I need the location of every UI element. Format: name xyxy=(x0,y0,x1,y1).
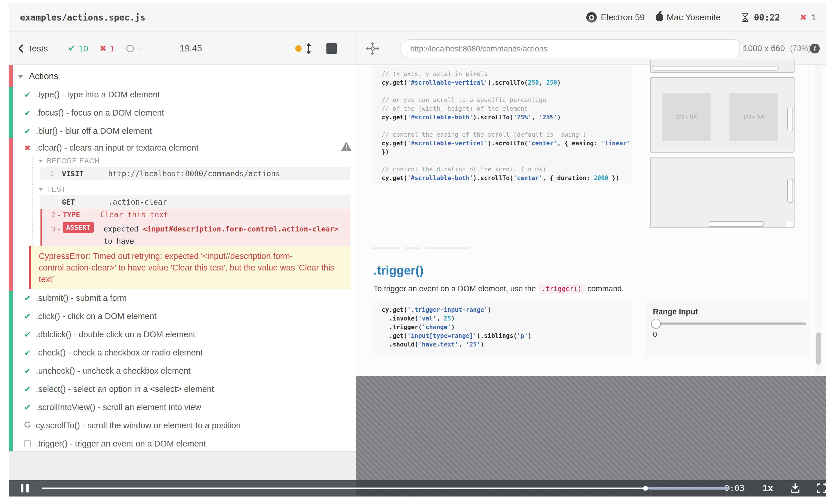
viewport-zoom: (73%) xyxy=(790,44,811,53)
pending-stat[interactable]: -- xyxy=(126,44,143,54)
test-row[interactable]: ✔.click() - click on a DOM element xyxy=(19,307,351,326)
test-row-failed[interactable]: ✖ .clear() - clears an input or textarea… xyxy=(19,139,351,157)
error-message: CypressError: Timed out retrying: expect… xyxy=(39,251,334,284)
test-list-passing: ✔.type() - type into a DOM element✔.focu… xyxy=(19,86,351,140)
code-line: cy.get('#scrollable-both').scrollTo('75%… xyxy=(382,114,624,123)
trigger-section-paragraph: To trigger an event on a DOM element, us… xyxy=(373,284,624,294)
autoscroll-dot-icon[interactable] xyxy=(295,45,302,52)
vertical-scrollbar-thumb[interactable] xyxy=(787,108,793,130)
range-slider-thumb[interactable] xyxy=(651,319,661,329)
code-line: cy.get('#scrollable-both').scrollTo('cen… xyxy=(382,174,624,183)
aut-page-scrollbar[interactable] xyxy=(815,65,822,376)
top-header: examples/actions.spec.js Electron 59 Mac… xyxy=(9,3,826,32)
running-restart-icon xyxy=(23,420,32,430)
progress-thumb[interactable] xyxy=(643,486,648,491)
test-label: .select() - select an option in a <selec… xyxy=(36,384,214,394)
apple-icon xyxy=(656,13,663,21)
range-slider[interactable] xyxy=(653,322,806,325)
test-hook-header[interactable]: TEST xyxy=(39,184,66,194)
failed-x-icon: ✖ xyxy=(100,44,106,53)
video-progress-bar[interactable] xyxy=(42,485,706,491)
test-label: .trigger() - trigger an event on a DOM e… xyxy=(36,439,206,448)
pass-check-icon: ✔ xyxy=(24,294,31,303)
range-value: 0 xyxy=(653,330,657,339)
test-row[interactable]: ✔.scrollIntoView() - scroll an element i… xyxy=(19,398,351,416)
horizontal-scrollbar-thumb[interactable] xyxy=(653,66,779,70)
test-row[interactable]: ✔.dblclick() - double click on a DOM ele… xyxy=(19,326,351,343)
selector-playground-icon[interactable] xyxy=(365,41,380,56)
back-to-tests-button[interactable]: Tests xyxy=(9,33,57,64)
pass-check-icon: ✔ xyxy=(24,330,31,339)
passed-stat[interactable]: ✔ 10 xyxy=(68,44,88,54)
trigger-section-heading[interactable]: .trigger() xyxy=(373,264,424,277)
scroll-updown-icon[interactable] xyxy=(305,43,312,54)
faded-text xyxy=(372,247,400,249)
progress-played xyxy=(42,487,646,489)
code-line xyxy=(382,157,624,166)
command-row-assert[interactable]: 3 - ASSERT expected <input#description.f… xyxy=(40,221,350,246)
collapse-triangle-icon xyxy=(39,188,43,191)
pass-check-icon: ✔ xyxy=(24,108,31,118)
test-row[interactable]: ✔.type() - type into a DOM element xyxy=(19,86,351,104)
test-row[interactable]: cy.scrollTo() - scroll the window or ele… xyxy=(19,416,351,435)
placeholder-image: 100 x 100 xyxy=(730,93,778,141)
scrollable-horizontal-box[interactable] xyxy=(650,60,795,73)
download-button[interactable] xyxy=(790,483,800,493)
hourglass-icon xyxy=(741,13,749,22)
vertical-scrollbar-thumb[interactable] xyxy=(787,179,793,203)
pass-check-icon: ✔ xyxy=(24,385,31,394)
viewport-info-btn[interactable]: i xyxy=(810,33,827,64)
warning-triangle-icon[interactable] xyxy=(341,141,352,151)
test-row[interactable]: ✔.select() - select an option in a <sele… xyxy=(19,380,351,398)
duration: 19.45 xyxy=(170,33,211,64)
fullscreen-button[interactable] xyxy=(817,483,826,493)
video-player-bar: -0:03 1x xyxy=(9,480,826,497)
stop-button[interactable] xyxy=(326,43,337,54)
cypress-error-box[interactable]: CypressError: Timed out retrying: expect… xyxy=(29,246,350,289)
aut-scrollbar-thumb[interactable] xyxy=(816,332,821,365)
test-row[interactable]: ✔.blur() - blur off a DOM element xyxy=(19,122,351,140)
test-label: .clear() - clears an input or textarea e… xyxy=(36,143,199,152)
failed-stat[interactable]: ✖ 1 xyxy=(100,44,115,54)
code-line: cy.get('#scrollable-vertical').scrollTo(… xyxy=(382,140,624,149)
scroll-controls xyxy=(295,33,356,64)
pass-check-icon: ✔ xyxy=(24,348,31,357)
test-label: .uncheck() - uncheck a checkbox element xyxy=(36,366,190,376)
browser-label: Electron 59 xyxy=(601,13,645,22)
code-line: .should('have.text', '25') xyxy=(382,341,624,350)
code-line xyxy=(382,88,624,97)
test-row[interactable]: .trigger() - trigger an event on a DOM e… xyxy=(19,435,351,453)
failure-count: 1 xyxy=(811,13,816,22)
suite-header[interactable]: Actions xyxy=(18,68,348,84)
scrollable-both-box[interactable] xyxy=(650,156,795,228)
strip-failing xyxy=(9,138,13,291)
test-row[interactable]: ✔.focus() - focus on a DOM element xyxy=(19,104,351,122)
fail-x-icon: ✖ xyxy=(24,143,31,152)
failure-x-icon: ✖ xyxy=(800,13,807,22)
strip-passing-2 xyxy=(9,291,13,451)
pass-check-icon: ✔ xyxy=(24,403,31,412)
failures-group: ✖ 1 xyxy=(790,3,826,31)
test-row[interactable]: ✔.uncheck() - uncheck a checkbox element xyxy=(19,362,351,380)
trigger-code-block: cy.get('.trigger-input-range') .invoke('… xyxy=(373,300,632,356)
horizontal-scrollbar-thumb[interactable] xyxy=(709,221,763,227)
info-icon: i xyxy=(810,44,820,54)
aut-url-field[interactable]: http://localhost:8080/commands/actions xyxy=(400,39,744,58)
suite-title: Actions xyxy=(29,71,58,82)
command-row-get[interactable]: 1 GET .action-clear xyxy=(40,195,350,209)
collapse-triangle-icon xyxy=(18,75,23,78)
test-row[interactable]: ✔.check() - check a checkbox or radio el… xyxy=(19,343,351,362)
pause-button[interactable] xyxy=(21,484,31,492)
range-input-panel: Range Input 0 xyxy=(645,300,810,356)
before-each-header[interactable]: BEFORE EACH xyxy=(39,156,100,166)
command-row-type[interactable]: 2 - TYPE Clear this text xyxy=(40,209,350,221)
scrollable-vertical-box[interactable]: 100 x 100 100 x 100 xyxy=(650,77,795,152)
test-row[interactable]: ✔.submit() - submit a form xyxy=(19,289,351,307)
scrollbar-corner xyxy=(787,221,793,227)
browser-os-group: Electron 59 Mac Yosemite xyxy=(576,3,731,31)
playback-speed-button[interactable]: 1x xyxy=(762,483,773,493)
elapsed-time: 00:22 xyxy=(754,13,780,23)
faded-text xyxy=(405,247,421,249)
command-row-visit[interactable]: 1 VISIT http://localhost:8080/commands/a… xyxy=(40,167,350,180)
test-label: .click() - click on a DOM element xyxy=(36,312,157,321)
